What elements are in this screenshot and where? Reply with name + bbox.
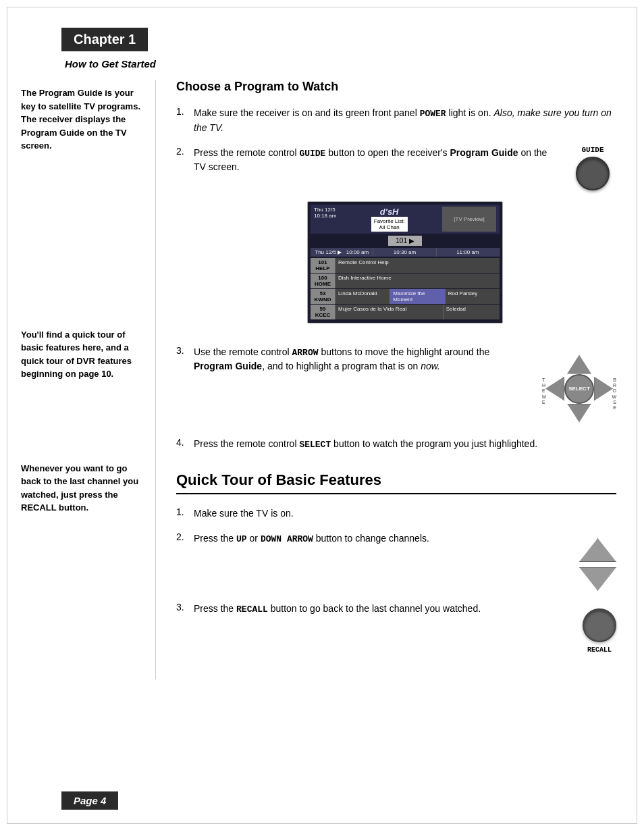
step-4: 4. Press the remote control SELECT butto… <box>176 437 616 452</box>
step-2-3-number: 3. <box>176 602 194 613</box>
step-1-number: 1. <box>176 106 194 117</box>
recall-label: RECALL <box>587 645 612 655</box>
step-2-text: Press the remote control GUIDE button to… <box>194 146 556 175</box>
side-label-browse: BROWSE <box>612 377 616 411</box>
arrow-left-btn <box>545 377 564 401</box>
step-2-1: 1. Make sure the TV is on. <box>176 506 616 521</box>
channel-number: 101 ▶ <box>388 236 422 246</box>
section2-title: Quick Tour of Basic Features <box>176 471 616 489</box>
updown-arrows <box>579 538 616 591</box>
step-2: 2. Press the remote control GUIDE button… <box>176 146 616 334</box>
recall-button-area: RECALL <box>583 608 616 655</box>
guide-row-2: 100HOME Dish Interactive Home <box>311 273 500 288</box>
page-number: Page 4 <box>61 791 118 810</box>
guide-button-label: GUIDE <box>581 146 603 154</box>
program-guide-screenshot: Thu 12/5 10:18 am d'sH Favorite List: <box>307 201 503 323</box>
up-arrow-btn <box>579 538 616 562</box>
step-2-3: 3. RECALL Press the RECALL button to go … <box>176 602 616 655</box>
arrow-down-btn <box>567 404 591 423</box>
step-2-number: 2. <box>176 146 194 157</box>
section-divider <box>176 493 616 494</box>
step-2-3-text: RECALL Press the RECALL button to go bac… <box>194 602 616 655</box>
sidebar: The Program Guide is your key to satelli… <box>7 80 156 679</box>
step-3-text: SELECT THEME BROWSE Use the remote contr… <box>194 345 616 426</box>
guide-row-1: 101HELP Remote Control Help <box>311 258 500 273</box>
select-button: SELECT <box>564 374 594 404</box>
guide-time-col1: Thu 12/5 ▶ 10:00 am <box>311 248 373 257</box>
down-arrow-btn <box>579 567 616 591</box>
section1-title: Choose a Program to Watch <box>176 80 616 94</box>
guide-row-4: 59KCEC Mujer Casos de la Vida Real Soled… <box>311 305 500 319</box>
step-2-2-text: Press the UP or DOWN ARROW button to cha… <box>194 531 616 591</box>
section1-steps: 1. Make sure the receiver is on and its … <box>176 106 616 451</box>
arrow-right-btn <box>594 377 613 401</box>
guide-button-area: GUIDE <box>569 146 616 190</box>
arrow-remote: SELECT THEME BROWSE <box>542 352 616 426</box>
step-3: 3. SELECT THEME <box>176 345 616 426</box>
guide-time-col3: 11:00 am <box>437 248 500 257</box>
dish-logo: d'sH <box>371 207 408 217</box>
step-2-2: 2. Press the UP or DOWN ARROW button to … <box>176 531 616 591</box>
sidebar-note-quick-tour: You'll find a quick tour of basic featur… <box>21 328 145 381</box>
sidebar-note-recall: Whenever you want to go back to the last… <box>21 462 145 515</box>
guide-row-3: 53KWND Linda McDonald Maximize the Momen… <box>311 289 500 304</box>
section2: Quick Tour of Basic Features 1. Make sur… <box>176 471 616 655</box>
step-2-2-number: 2. <box>176 531 194 542</box>
step-2-1-text: Make sure the TV is on. <box>194 506 616 521</box>
step-4-number: 4. <box>176 437 194 448</box>
arrow-up-btn <box>567 355 591 374</box>
step-2-1-number: 1. <box>176 506 194 517</box>
guide-time-col2: 10:30 am <box>373 248 436 257</box>
recall-button-icon <box>583 608 616 642</box>
chapter-banner: Chapter 1 <box>61 28 148 51</box>
step-1: 1. Make sure the receiver is on and its … <box>176 106 616 135</box>
side-label-theme: THEME <box>542 377 546 406</box>
sidebar-note-program-guide: The Program Guide is your key to satelli… <box>21 86 145 153</box>
section2-steps: 1. Make sure the TV is on. 2. <box>176 506 616 655</box>
guide-time: Thu 12/5 10:18 am <box>314 207 336 219</box>
step-3-number: 3. <box>176 345 194 356</box>
guide-button-icon <box>576 157 610 190</box>
main-content: Choose a Program to Watch 1. Make sure t… <box>156 80 637 679</box>
step-4-text: Press the remote control SELECT button t… <box>194 437 616 452</box>
favorite-list: Favorite List: All Chan <box>371 217 408 232</box>
page-subtitle: How to Get Started <box>65 58 637 70</box>
step-1-text: Make sure the receiver is on and its gre… <box>194 106 616 135</box>
